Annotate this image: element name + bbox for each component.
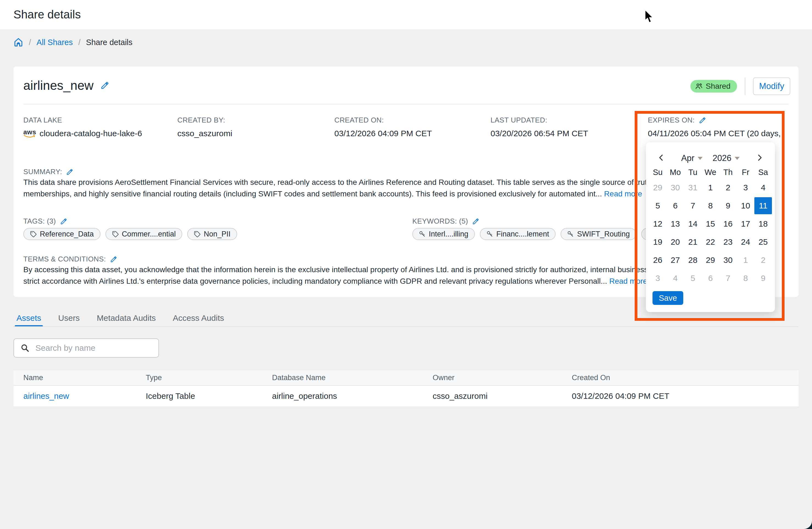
calendar-weekday-header: SuMoTuWeThFrSa — [646, 168, 775, 177]
calendar-day[interactable]: 1 — [737, 251, 754, 269]
save-button[interactable]: Save — [653, 291, 683, 305]
calendar-day[interactable]: 6 — [667, 197, 684, 215]
edit-summary-pencil-icon[interactable] — [66, 168, 74, 176]
calendar-day[interactable]: 2 — [719, 178, 737, 197]
calendar-day[interactable]: 5 — [684, 269, 702, 287]
calendar-day[interactable]: 3 — [649, 269, 667, 287]
calendar-day[interactable]: 24 — [737, 233, 754, 251]
calendar-day[interactable]: 23 — [719, 233, 737, 251]
tab-metadata-audits[interactable]: Metadata Audits — [97, 311, 156, 325]
key-icon — [487, 231, 493, 237]
calendar-day[interactable]: 28 — [684, 251, 702, 269]
cell-name-link[interactable]: airlines_new — [13, 386, 136, 406]
field-last-updated: LAST UPDATED: 03/20/2026 06:54 PM CET — [491, 116, 588, 138]
last-updated-label: LAST UPDATED: — [491, 116, 588, 125]
calendar-day[interactable]: 25 — [754, 233, 772, 251]
edit-keywords-pencil-icon[interactable] — [472, 217, 480, 225]
home-icon[interactable] — [13, 37, 23, 47]
calendar-next-month-icon[interactable] — [756, 154, 764, 161]
shared-users-icon — [695, 82, 703, 90]
keyword-pill: Interl....illing — [412, 228, 475, 240]
calendar-day[interactable]: 8 — [702, 197, 719, 215]
tag-pill-label: Commer....ential — [122, 230, 176, 239]
data-lake-value: cloudera-catalog-hue-lake-6 — [40, 129, 142, 138]
edit-expires-pencil-icon[interactable] — [699, 116, 706, 124]
column-header-owner: Owner — [423, 370, 562, 385]
calendar-day[interactable]: 12 — [649, 215, 667, 233]
modify-button[interactable]: Modify — [753, 77, 790, 95]
year-dropdown[interactable]: 2026 — [713, 153, 740, 163]
tags-section-label: TAGS: (3) — [23, 217, 68, 226]
calendar-day[interactable]: 27 — [667, 251, 684, 269]
month-label: Apr — [681, 153, 694, 163]
calendar-day[interactable]: 17 — [737, 215, 754, 233]
column-header-name: Name — [13, 370, 136, 385]
aws-icon: aws — [23, 129, 36, 138]
weekday-label: Mo — [667, 168, 684, 177]
keyword-pill: Financ....lement — [480, 228, 556, 240]
weekday-label: Su — [649, 168, 667, 177]
tag-icon — [30, 231, 37, 237]
calendar-day[interactable]: 31 — [684, 178, 702, 197]
calendar-day[interactable]: 26 — [649, 251, 667, 269]
calendar-day[interactable]: 2 — [754, 251, 772, 269]
summary-text-line2: memberships, and highly sensitive financ… — [23, 189, 642, 198]
search-icon — [20, 344, 29, 353]
calendar-day[interactable]: 21 — [684, 233, 702, 251]
summary-read-more-link[interactable]: Read more — [604, 189, 642, 198]
expires-on-label: EXPIRES ON: — [648, 116, 695, 125]
edit-tags-pencil-icon[interactable] — [60, 217, 68, 225]
cell-type: Iceberg Table — [136, 386, 262, 406]
calendar-day[interactable]: 22 — [702, 233, 719, 251]
calendar-day[interactable]: 14 — [684, 215, 702, 233]
tag-pill-label: Non_PII — [204, 230, 231, 239]
calendar-day[interactable]: 16 — [719, 215, 737, 233]
share-name: airlines_new — [23, 78, 93, 93]
keyword-pill-label: Interl....illing — [429, 230, 468, 239]
calendar-day[interactable]: 4 — [667, 269, 684, 287]
terms-read-more-link[interactable]: Read more — [609, 277, 647, 285]
tab-bar-divider — [13, 326, 799, 327]
search-input[interactable] — [13, 338, 159, 358]
calendar-day-selected[interactable]: 11 — [754, 197, 772, 214]
month-dropdown[interactable]: Apr — [681, 153, 702, 163]
edit-terms-pencil-icon[interactable] — [110, 255, 117, 263]
tag-pill: Non_PII — [187, 228, 237, 240]
calendar-day[interactable]: 7 — [684, 197, 702, 215]
calendar-day[interactable]: 10 — [737, 197, 754, 215]
calendar-day[interactable]: 9 — [754, 269, 772, 287]
calendar-day[interactable]: 15 — [702, 215, 719, 233]
calendar-day[interactable]: 6 — [702, 269, 719, 287]
edit-name-pencil-icon[interactable] — [100, 81, 110, 90]
field-expires-on: EXPIRES ON: 04/11/2026 05:04 PM CET (20 … — [648, 116, 781, 138]
asset-search — [13, 338, 159, 358]
expires-date-picker-popup: Apr 2026 SuMoTuWeThFrSa 2930311234567891… — [646, 142, 775, 312]
tab-users[interactable]: Users — [58, 311, 79, 325]
tab-assets[interactable]: Assets — [16, 311, 41, 325]
tab-access-audits[interactable]: Access Audits — [173, 311, 224, 325]
calendar-day[interactable]: 9 — [719, 197, 737, 215]
calendar-day[interactable]: 1 — [702, 178, 719, 197]
calendar-day[interactable]: 29 — [702, 251, 719, 269]
app-page: Share details / All Shares / Share detai… — [0, 0, 812, 529]
calendar-day[interactable]: 19 — [649, 233, 667, 251]
tag-pill-list: Reference_DataCommer....entialNon_PII — [23, 228, 237, 240]
calendar-day[interactable]: 30 — [667, 178, 684, 197]
calendar-day[interactable]: 5 — [649, 197, 667, 215]
calendar-day[interactable]: 18 — [754, 215, 772, 233]
calendar-day[interactable]: 30 — [719, 251, 737, 269]
calendar-day[interactable]: 7 — [719, 269, 737, 287]
calendar-day[interactable]: 13 — [667, 215, 684, 233]
calendar-day[interactable]: 4 — [754, 178, 772, 197]
cell-database: airline_operations — [262, 386, 423, 406]
calendar-day[interactable]: 8 — [737, 269, 754, 287]
calendar-day[interactable]: 3 — [737, 178, 754, 197]
calendar-day[interactable]: 29 — [649, 178, 667, 197]
calendar-day[interactable]: 20 — [667, 233, 684, 251]
summary-section-label: SUMMARY: — [23, 168, 74, 176]
calendar-prev-month-icon[interactable] — [657, 154, 665, 161]
field-created-on: CREATED ON: 03/12/2026 04:09 PM CET — [334, 116, 432, 138]
weekday-label: We — [702, 168, 719, 177]
breadcrumb-link-all-shares[interactable]: All Shares — [37, 38, 73, 47]
terms-text-line2: strict accordance with Airlines Ltd.'s e… — [23, 277, 647, 286]
